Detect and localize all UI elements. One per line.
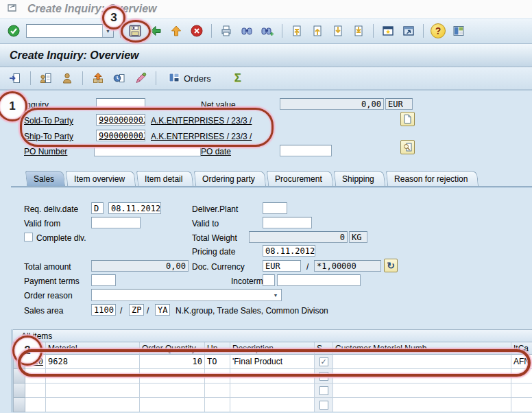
s-checkbox[interactable]: [319, 386, 328, 395]
material-cell[interactable]: 9628: [46, 355, 140, 369]
item-row-empty: [13, 398, 532, 412]
unit-cell[interactable]: TO: [205, 355, 230, 369]
back-button[interactable]: [147, 23, 164, 39]
distribution-channel-field[interactable]: ZP: [129, 304, 144, 316]
complete-delivery-checkbox[interactable]: [24, 233, 33, 241]
po-date-field[interactable]: [280, 145, 332, 156]
create-document-button[interactable]: [400, 112, 415, 126]
sold-to-party-button[interactable]: [59, 70, 75, 86]
print-button[interactable]: [218, 23, 234, 39]
page-up-button[interactable]: [309, 23, 326, 39]
toolbar-separator: [82, 71, 83, 85]
req-deliv-date-field[interactable]: 08.11.2012: [108, 202, 161, 214]
valid-from-field[interactable]: [91, 217, 141, 228]
window-icon: [7, 2, 19, 16]
tab-ordering-party[interactable]: Ordering party: [194, 171, 266, 187]
row-selector[interactable]: [13, 398, 25, 412]
doc-currency-field[interactable]: EUR: [263, 260, 301, 272]
sold-to-party-label: Sold-To Party: [24, 116, 73, 126]
save-button[interactable]: [127, 23, 143, 39]
items-table-title: All items: [13, 329, 532, 342]
sap-create-inquiry-window: Create Inquiry: Overview ▼ 3: [0, 0, 532, 413]
s-checkbox[interactable]: [319, 372, 328, 381]
header-details-button[interactable]: [38, 70, 54, 86]
tab-sales[interactable]: Sales: [25, 171, 65, 187]
item-row-1: 10 9628 10 TO 'Final Product ✓ AFN: [13, 355, 532, 369]
sold-to-party-field[interactable]: 9900000003: [96, 114, 145, 126]
inquiry-field[interactable]: [96, 98, 145, 110]
row-selector[interactable]: [13, 355, 25, 369]
pricing-document-button[interactable]: [111, 70, 128, 86]
create-shortcut-button[interactable]: [400, 23, 417, 39]
command-field[interactable]: ▼: [26, 24, 114, 38]
req-deliv-type-field[interactable]: D: [91, 202, 104, 214]
order-reason-dropdown[interactable]: ▼: [91, 289, 282, 301]
customer-material-cell[interactable]: [333, 355, 511, 369]
description-cell[interactable]: 'Final Product: [230, 355, 315, 369]
row-selector[interactable]: [13, 384, 25, 398]
tabstrip: Sales Item overview Item detail Ordering…: [26, 171, 480, 187]
refresh-rate-button[interactable]: ↻: [384, 259, 398, 272]
s-checkbox[interactable]: [319, 401, 328, 410]
customize-layout-button[interactable]: [450, 23, 467, 39]
help-icon: ?: [431, 23, 446, 38]
col-item: Item: [25, 342, 46, 355]
deliver-plant-field[interactable]: [263, 202, 287, 214]
first-page-button[interactable]: [289, 23, 305, 39]
tab-item-detail[interactable]: Item detail: [136, 171, 194, 187]
col-un: Un: [205, 342, 230, 355]
new-session-button[interactable]: [380, 23, 396, 39]
select-all-cell[interactable]: [13, 342, 25, 355]
help-button[interactable]: ?: [430, 23, 446, 39]
command-dropdown-button[interactable]: ▼: [102, 25, 113, 37]
po-date-label: PO date: [201, 147, 231, 156]
item-number-cell[interactable]: 10: [25, 355, 46, 369]
order-quantity-cell[interactable]: 10: [140, 355, 205, 369]
pricing-date-field[interactable]: 08.11.2012: [263, 245, 315, 257]
valid-to-field[interactable]: [263, 217, 312, 228]
sold-to-party-link[interactable]: A.K.ENTERPRISES / 23/3 /: [151, 116, 252, 126]
s-checkbox-checked[interactable]: ✓: [319, 357, 328, 366]
s-cell: ✓: [315, 355, 333, 369]
find-next-button[interactable]: [259, 23, 276, 39]
toolbar-separator: [373, 24, 374, 38]
tab-shipping[interactable]: Shipping: [334, 171, 385, 187]
tab-reason-for-rejection[interactable]: Reason for rejection: [385, 171, 479, 187]
last-page-button[interactable]: [350, 23, 367, 39]
exchange-rate-field: *1,00000: [314, 260, 381, 272]
sales-org-field[interactable]: 1100: [91, 304, 116, 316]
document-flow-button[interactable]: [7, 70, 23, 86]
tab-item-overview[interactable]: Item overview: [66, 171, 136, 187]
exit-button[interactable]: [168, 23, 184, 39]
ship-to-party-field[interactable]: 9900000003: [96, 130, 145, 141]
net-value-label: Net value: [201, 100, 236, 110]
po-number-field[interactable]: [94, 145, 201, 156]
col-material: Material: [46, 342, 140, 355]
order-reason-dropdown-icon[interactable]: ▼: [270, 290, 281, 300]
po-number-label: PO Number: [24, 147, 67, 156]
tab-panel-border: [11, 186, 532, 188]
orders-button[interactable]: Orders: [163, 70, 215, 87]
availability-check-button[interactable]: [90, 70, 106, 86]
tab-procurement[interactable]: Procurement: [267, 171, 333, 187]
itca-cell[interactable]: AFN: [511, 355, 532, 369]
find-button[interactable]: [239, 23, 255, 39]
complete-delivery-label: Complete dlv.: [36, 233, 86, 243]
payment-terms-label: Payment terms: [24, 276, 80, 286]
incoterms-field-1[interactable]: [263, 274, 275, 286]
page-down-button[interactable]: [330, 23, 346, 39]
cancel-button[interactable]: [189, 23, 205, 39]
item-row-empty: [13, 369, 532, 384]
sales-summary-button[interactable]: [132, 70, 149, 86]
payment-terms-field[interactable]: [91, 274, 116, 286]
total-weight-label: Total Weight: [192, 233, 237, 243]
search-document-button[interactable]: [400, 140, 415, 154]
row-selector[interactable]: [13, 369, 25, 384]
item-row-empty: [13, 384, 532, 398]
division-field[interactable]: YA: [155, 304, 170, 316]
sum-button[interactable]: Σ: [230, 70, 246, 86]
ship-to-party-link[interactable]: A.K.ENTERPRISES / 23/3 /: [151, 132, 252, 141]
enter-button[interactable]: [5, 23, 22, 39]
toolbar-separator: [282, 24, 282, 38]
incoterms-field-2[interactable]: [277, 274, 361, 286]
